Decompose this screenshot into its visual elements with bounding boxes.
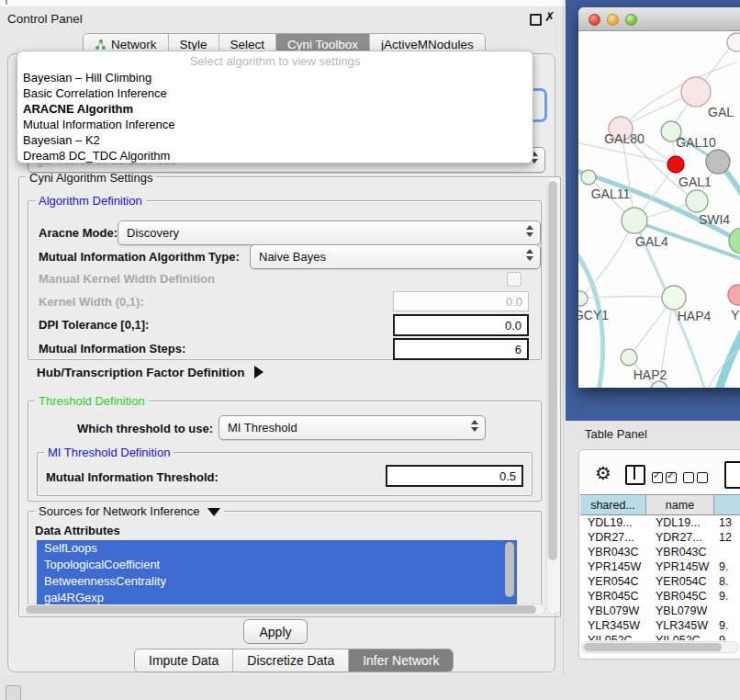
document-icon[interactable]: [724, 461, 740, 489]
aracne-mode-label: Aracne Mode:: [39, 226, 118, 240]
node-label: HAP4: [678, 309, 712, 323]
algorithm-option[interactable]: ARACNE Algorithm: [17, 101, 533, 117]
table-panel-title: Table Panel: [585, 427, 647, 441]
table-cell: 9.: [714, 619, 740, 632]
manual-kernel-checkbox: [507, 272, 521, 287]
algorithm-option[interactable]: Mutual Information Inference: [17, 117, 533, 132]
table-cell: YER054C: [580, 575, 646, 588]
table-cell: YBR043C: [646, 546, 714, 559]
tab-label: Style: [180, 38, 207, 51]
mi-steps-field[interactable]: 6: [393, 338, 529, 360]
bottom-tab-impute-data[interactable]: Impute Data: [135, 649, 233, 672]
kernel-width-field: 0.0: [393, 291, 529, 311]
bottom-tab-discretize-data[interactable]: Discretize Data: [233, 649, 349, 672]
node-label: GAL10: [676, 135, 716, 150]
dpi-tolerance-field[interactable]: 0.0: [393, 314, 529, 336]
network-node[interactable]: [581, 170, 596, 185]
network-tab-icon: [95, 39, 107, 51]
table-row[interactable]: YBR045CYBR045C9.: [580, 589, 740, 604]
algorithm-option[interactable]: Bayesian – K2: [17, 132, 533, 148]
dock-corner-button[interactable]: [6, 685, 21, 700]
attribute-item[interactable]: SelfLoops: [37, 540, 517, 557]
table-cell: YLR345W: [580, 619, 646, 632]
algorithm-option[interactable]: Bayesian – Hill Climbing: [17, 70, 533, 85]
table-cell: YBR045C: [580, 590, 646, 603]
table-row[interactable]: YBR043CYBR043C: [580, 545, 740, 559]
table-row[interactable]: YBL079WYBL079W: [580, 604, 740, 618]
settings-vscrollbar-thumb[interactable]: [548, 181, 557, 560]
table-hscrollbar-thumb[interactable]: [584, 643, 722, 651]
tab-label: Select: [230, 38, 265, 51]
table-cell: 12: [714, 531, 740, 544]
checked-checkboxes-icon[interactable]: [652, 470, 679, 487]
table-cell: YIL052C: [646, 634, 714, 640]
mi-threshold-field[interactable]: 0.5: [386, 465, 523, 487]
threshold-definition-title: Threshold Definition: [35, 394, 149, 408]
attribute-item[interactable]: gal4RGexp: [37, 590, 517, 604]
sources-title: Sources for Network Inference: [39, 504, 200, 518]
mi-type-label: Mutual Information Algorithm Type:: [39, 250, 240, 264]
network-graph: GALGAL80GAL10GAL11GAL1SWI4GAL4GCY1HAP4YH…: [578, 31, 740, 388]
table-cell: 13: [714, 516, 740, 529]
network-node[interactable]: [667, 156, 684, 173]
network-node[interactable]: [728, 285, 740, 305]
column-header[interactable]: name: [646, 494, 714, 515]
table-cell: 8.: [714, 575, 740, 588]
node-label: GAL4: [635, 234, 668, 249]
table-row[interactable]: YDR27...YDR27...12: [580, 530, 740, 545]
attribute-item[interactable]: BetweennessCentrality: [37, 573, 517, 590]
network-node[interactable]: [706, 150, 730, 174]
column-header[interactable]: shared...: [580, 494, 646, 515]
columns-icon[interactable]: [625, 465, 645, 485]
gear-icon[interactable]: ⚙: [595, 462, 611, 484]
disclosure-collapsed-icon[interactable]: [254, 366, 263, 378]
network-canvas[interactable]: GALGAL80GAL10GAL11GAL1SWI4GAL4GCY1HAP4YH…: [578, 31, 740, 388]
table-body: YDL19...YDL19...13YDR27...YDR27...12YBR0…: [580, 515, 740, 640]
network-node[interactable]: [578, 291, 588, 306]
table-row[interactable]: YIL052CYIL052C9.: [580, 633, 740, 640]
column-header[interactable]: [714, 494, 740, 515]
hub-definition-toggle[interactable]: Hub/Transcription Factor Definition: [37, 366, 263, 379]
mi-type-combo[interactable]: Naive Bayes: [250, 244, 541, 269]
table-row[interactable]: YLR345WYLR345W9.: [580, 618, 740, 633]
algorithm-option[interactable]: Basic Correlation Inference: [17, 85, 533, 101]
network-node[interactable]: [727, 33, 740, 51]
mi-type-value: Naive Bayes: [259, 250, 326, 264]
network-node[interactable]: [622, 208, 647, 233]
zoom-traffic-light-icon[interactable]: [625, 14, 637, 26]
network-node[interactable]: [729, 228, 740, 254]
disclosure-expanded-icon[interactable]: [207, 508, 220, 516]
close-traffic-light-icon[interactable]: [589, 14, 600, 26]
network-node[interactable]: [621, 349, 637, 366]
attribute-list-scrollbar-thumb[interactable]: [505, 542, 514, 597]
attribute-item[interactable]: TopologicalCoefficient: [37, 557, 517, 573]
control-panel-title: Control Panel: [7, 12, 83, 26]
unchecked-checkboxes-icon[interactable]: [683, 470, 711, 487]
network-window-titlebar[interactable]: [578, 7, 740, 31]
table-row[interactable]: YDL19...YDL19...13: [580, 515, 740, 530]
settings-hscrollbar-thumb[interactable]: [26, 605, 536, 614]
close-icon[interactable]: ✗: [544, 9, 555, 24]
tab-label: jActiveMNodules: [381, 38, 474, 51]
table-cell: 9.: [714, 560, 740, 573]
network-node[interactable]: [662, 286, 686, 310]
bottom-tab-infer-network[interactable]: Infer Network: [349, 649, 453, 672]
table-row[interactable]: YPR145WYPR145W9.: [580, 559, 740, 574]
aracne-mode-combo[interactable]: Discovery: [118, 220, 541, 245]
network-node[interactable]: [681, 77, 711, 107]
sources-toggle[interactable]: Sources for Network Inference: [35, 504, 224, 518]
apply-button[interactable]: Apply: [243, 619, 308, 644]
data-attributes-list[interactable]: SelfLoopsTopologicalCoefficientBetweenne…: [37, 540, 517, 604]
float-window-icon[interactable]: [530, 14, 542, 26]
node-label: GAL80: [604, 131, 645, 146]
combo-arrows-icon: [526, 225, 533, 237]
network-node[interactable]: [686, 190, 708, 212]
algorithm-option[interactable]: Dream8 DC_TDC Algorithm: [17, 148, 533, 164]
network-node[interactable]: [651, 381, 667, 388]
algorithm-definition-title: Algorithm Definition: [35, 194, 146, 208]
table-cell: YBR043C: [580, 546, 646, 559]
minimize-traffic-light-icon[interactable]: [607, 14, 619, 26]
which-threshold-combo[interactable]: MI Threshold: [219, 415, 486, 440]
table-row[interactable]: YER054CYER054C8.: [580, 574, 740, 589]
network-window: GALGAL80GAL10GAL11GAL1SWI4GAL4GCY1HAP4YH…: [578, 7, 740, 388]
